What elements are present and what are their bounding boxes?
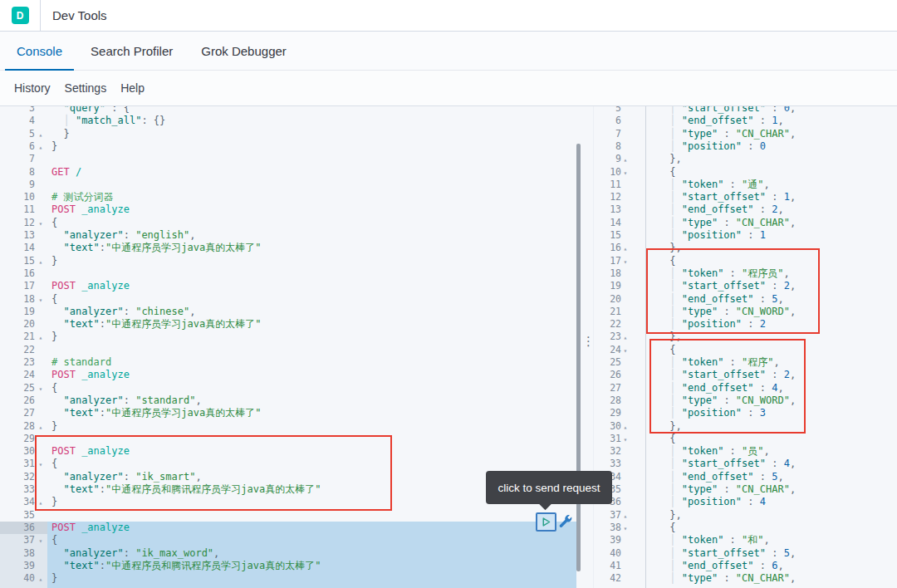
code-line-response-19[interactable]: 19 │ "start_offset" : 2, (594, 280, 897, 292)
code-line-request-36[interactable]: 36POST _analyze (0, 522, 581, 534)
code-line-response-20[interactable]: 20 │ "end_offset" : 5, (594, 293, 897, 306)
response-output-panel[interactable]: 5 │ "start_offset" : 0,6 │ "end_offset" … (593, 106, 897, 588)
code-line-response-13[interactable]: 13 │ "end_offset" : 2, (594, 203, 897, 216)
code-line-request-21[interactable]: 21▴} (0, 331, 581, 343)
code-line-request-5[interactable]: 5▴ } (0, 128, 581, 140)
code-line-response-39[interactable]: 39 │ "token" : "和", (594, 534, 897, 546)
code-line-request-31[interactable]: 31▾{ (0, 458, 581, 470)
code-line-request-6[interactable]: 6▴} (0, 140, 581, 153)
code-line-request-14[interactable]: 14 "text":"中通程序员学习java真的太棒了" (0, 242, 581, 254)
code-line-response-15[interactable]: 15 │ "position" : 1 (594, 229, 897, 242)
code-line-request-18[interactable]: 18▾{ (0, 293, 581, 306)
code-line-request-22[interactable]: 22 (0, 344, 581, 356)
code-line-request-40[interactable]: 40▴} (0, 572, 581, 585)
code-line-request-23[interactable]: 23# standard (0, 356, 581, 369)
code-line-response-12[interactable]: 12 │ "start_offset" : 1, (594, 191, 897, 203)
fold-toggle-icon[interactable]: ▾ (35, 218, 47, 230)
code-line-response-38[interactable]: 38▾ { (594, 522, 897, 534)
code-line-request-7[interactable]: 7 (0, 153, 581, 165)
code-line-response-6[interactable]: 6 │ "end_offset" : 1, (594, 115, 897, 127)
logo-container[interactable]: D (0, 0, 41, 31)
code-line-request-8[interactable]: 8GET / (0, 166, 581, 179)
menu-item-history[interactable]: History (14, 81, 51, 95)
fold-toggle-icon[interactable]: ▴ (621, 421, 630, 434)
code-line-response-18[interactable]: 18 │ "token" : "程序员", (594, 267, 897, 280)
request-options-button[interactable] (558, 514, 574, 530)
fold-toggle-icon[interactable]: ▴ (621, 331, 630, 344)
code-line-response-10[interactable]: 10▾ { (594, 166, 897, 179)
fold-toggle-icon[interactable]: ▴ (35, 256, 47, 268)
code-line-response-42[interactable]: 42 │ "type" : "CN_CHAR", (594, 572, 897, 585)
code-line-request-39[interactable]: 39 "text":"中通程序员和腾讯程序员学习java真的太棒了" (0, 560, 581, 572)
fold-toggle-icon[interactable]: ▾ (621, 256, 630, 268)
fold-toggle-icon[interactable]: ▾ (35, 383, 47, 395)
menu-item-settings[interactable]: Settings (65, 81, 107, 95)
code-line-request-28[interactable]: 28▴} (0, 420, 581, 433)
code-line-request-30[interactable]: 30POST _analyze (0, 445, 581, 458)
code-line-response-7[interactable]: 7 │ "type" : "CN_CHAR", (594, 128, 897, 140)
code-line-response-29[interactable]: 29 │ "position" : 3 (594, 407, 897, 419)
fold-toggle-icon[interactable]: ▴ (621, 154, 630, 166)
code-line-response-36[interactable]: 36 │ "position" : 4 (594, 496, 897, 508)
fold-toggle-icon[interactable]: ▴ (35, 421, 47, 434)
code-line-request-24[interactable]: 24POST _analyze (0, 369, 581, 381)
code-line-response-27[interactable]: 27 │ "end_offset" : 4, (594, 382, 897, 394)
code-line-request-19[interactable]: 19 "analyzer": "chinese", (0, 306, 581, 318)
code-line-response-30[interactable]: 30▴ }, (594, 420, 897, 433)
code-line-response-11[interactable]: 11 │ "token" : "通", (594, 179, 897, 191)
code-line-response-8[interactable]: 8 │ "position" : 0 (594, 140, 897, 153)
dev-tools-logo-icon[interactable]: D (12, 7, 29, 24)
fold-toggle-icon[interactable]: ▴ (621, 243, 630, 255)
editor-scrollbar[interactable] (576, 144, 581, 571)
code-line-response-26[interactable]: 26 │ "start_offset" : 2, (594, 369, 897, 381)
code-line-response-32[interactable]: 32 │ "token" : "员", (594, 445, 897, 458)
code-line-request-20[interactable]: 20 "text":"中通程序员学习java真的太棒了" (0, 318, 581, 331)
code-line-request-37[interactable]: 37▾{ (0, 534, 581, 546)
code-line-response-5[interactable]: 5 │ "start_offset" : 0, (594, 106, 897, 115)
fold-toggle-icon[interactable]: ▴ (35, 497, 47, 509)
code-line-response-41[interactable]: 41 │ "end_offset" : 6, (594, 560, 897, 572)
code-line-response-37[interactable]: 37▴ }, (594, 509, 897, 522)
code-line-request-15[interactable]: 15▴} (0, 255, 581, 267)
tab-search-profiler[interactable]: Search Profiler (79, 32, 184, 70)
code-line-request-3[interactable]: 3 "query" : { (0, 106, 581, 115)
code-line-response-33[interactable]: 33 │ "start_offset" : 4, (594, 458, 897, 470)
fold-toggle-icon[interactable]: ▾ (35, 535, 47, 547)
code-line-response-35[interactable]: 35 │ "type" : "CN_CHAR", (594, 483, 897, 496)
code-line-response-22[interactable]: 22 │ "position" : 2 (594, 318, 897, 331)
code-line-response-40[interactable]: 40 │ "start_offset" : 5, (594, 547, 897, 560)
fold-toggle-icon[interactable]: ▾ (621, 167, 630, 179)
code-line-request-17[interactable]: 17POST _analyze (0, 280, 581, 292)
code-line-request-35[interactable]: 35 (0, 509, 581, 522)
fold-toggle-icon[interactable]: ▴ (35, 331, 47, 344)
code-line-response-28[interactable]: 28 │ "type" : "CN_WORD", (594, 394, 897, 407)
code-line-request-27[interactable]: 27 "text":"中通程序员学习java真的太棒了" (0, 407, 581, 419)
code-line-request-26[interactable]: 26 "analyzer": "standard", (0, 394, 581, 407)
fold-toggle-icon[interactable]: ▾ (621, 522, 630, 535)
fold-toggle-icon[interactable]: ▾ (35, 458, 47, 471)
fold-toggle-icon[interactable]: ▴ (35, 573, 47, 586)
fold-toggle-icon[interactable]: ▴ (35, 141, 47, 154)
request-editor-panel[interactable]: 3 "query" : {4 │ "match_all": {}5▴ }6▴}7… (0, 106, 581, 588)
fold-toggle-icon[interactable]: ▴ (35, 129, 47, 141)
code-line-response-31[interactable]: 31▾ { (594, 433, 897, 445)
tab-grok-debugger[interactable]: Grok Debugger (189, 32, 298, 70)
code-line-request-9[interactable]: 9 (0, 179, 581, 191)
code-line-response-21[interactable]: 21 │ "type" : "CN_WORD", (594, 306, 897, 318)
panel-splitter[interactable]: ⋮ (581, 106, 592, 588)
code-line-request-4[interactable]: 4 │ "match_all": {} (0, 115, 581, 127)
fold-toggle-icon[interactable]: ▴ (621, 510, 630, 522)
code-line-response-16[interactable]: 16▴ }, (594, 242, 897, 254)
code-line-request-12[interactable]: 12▾{ (0, 217, 581, 229)
code-line-response-14[interactable]: 14 │ "type" : "CN_CHAR", (594, 217, 897, 229)
code-line-response-17[interactable]: 17▾ { (594, 255, 897, 267)
code-line-request-29[interactable]: 29 (0, 433, 581, 445)
code-line-request-16[interactable]: 16 (0, 267, 581, 280)
code-line-response-25[interactable]: 25 │ "token" : "程序", (594, 356, 897, 369)
menu-item-help[interactable]: Help (120, 81, 145, 95)
code-line-response-34[interactable]: 34 │ "end_offset" : 5, (594, 471, 897, 483)
tab-console[interactable]: Console (5, 32, 74, 70)
fold-toggle-icon[interactable]: ▾ (621, 434, 630, 446)
fold-toggle-icon[interactable]: ▾ (35, 294, 47, 306)
code-line-response-24[interactable]: 24▾ { (594, 344, 897, 356)
